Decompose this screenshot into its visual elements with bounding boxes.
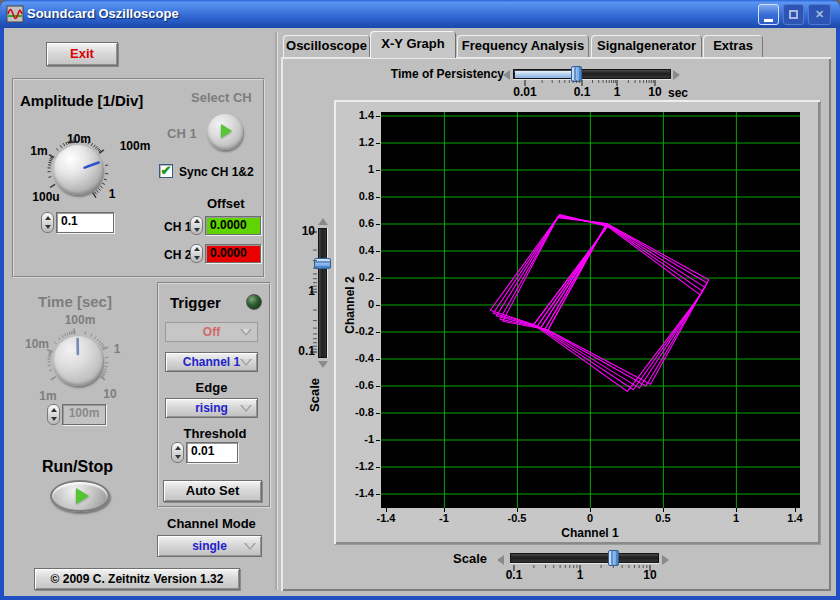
slider-right-arrow-icon[interactable] — [673, 70, 680, 80]
maximize-button[interactable] — [783, 4, 804, 25]
offset-ch2-spinner[interactable] — [190, 244, 203, 263]
vscale-tick-label: 10 — [285, 224, 315, 238]
x-tick-mark — [386, 508, 387, 512]
x-tick-label: 0.5 — [643, 512, 683, 524]
trigger-edge-dropdown[interactable]: rising — [165, 398, 258, 418]
y-tick-mark — [376, 116, 380, 117]
y-tick-mark — [376, 251, 380, 252]
x-tick-mark — [590, 508, 591, 512]
tab-extras[interactable]: Extras — [703, 35, 763, 57]
y-tick-label: -1.2 — [342, 460, 374, 472]
offset-title: Offset — [207, 196, 245, 211]
hscale-slider-track[interactable] — [510, 553, 659, 563]
y-tick-label: -1.4 — [342, 487, 374, 499]
auto-set-button[interactable]: Auto Set — [163, 480, 262, 502]
time-knob-label-left: 10m — [19, 337, 55, 351]
trigger-panel — [157, 282, 271, 508]
tab-x-y-graph[interactable]: X-Y Graph — [370, 31, 456, 58]
y-tick-mark — [376, 278, 380, 279]
x-tick-mark — [736, 508, 737, 512]
persistency-tick-label: 0.01 — [507, 85, 543, 99]
sync-checkbox[interactable]: ✔ — [159, 164, 173, 178]
xy-plot-widget: Channel 2 Channel 1 1.41.210.80.60.40.20… — [334, 100, 820, 544]
amp-knob-label-left: 1m — [21, 144, 57, 158]
exit-button[interactable]: Exit — [46, 42, 118, 66]
amp-knob-label-bottom-right: 1 — [102, 187, 122, 201]
y-tick-label: 0.4 — [342, 244, 374, 256]
tab-signalgenerator[interactable]: Signalgenerator — [591, 35, 702, 57]
vscale-slider-handle[interactable] — [314, 258, 331, 269]
channel-mode-value: single — [192, 539, 227, 553]
offset-ch2-field[interactable]: 0.0000 — [205, 244, 261, 263]
tab-frequency-analysis[interactable]: Frequency Analysis — [457, 35, 589, 57]
y-tick-mark — [376, 305, 380, 306]
vscale-slider-track[interactable] — [318, 228, 327, 358]
xy-plot — [381, 112, 800, 508]
hscale-tick-label: 1 — [562, 568, 598, 582]
persistency-slider-track[interactable] — [513, 69, 671, 79]
channel-mode-label: Channel Mode — [167, 516, 256, 531]
vscale-tick-label: 1 — [285, 284, 315, 298]
amplitude-knob[interactable] — [53, 145, 103, 195]
window-title: Soundcard Oszilloscope — [27, 6, 179, 21]
amp-knob-label-top: 10m — [60, 132, 98, 146]
title-bar[interactable]: Soundcard Oszilloscope ✕ — [0, 0, 840, 28]
threshold-spinner[interactable] — [171, 442, 184, 463]
x-tick-label: 0 — [570, 512, 610, 524]
y-tick-label: -0.6 — [342, 379, 374, 391]
edge-label: Edge — [165, 380, 258, 395]
trigger-mode-value: Off — [203, 325, 220, 339]
app-window: Soundcard Oszilloscope ✕ Exit Amplitude … — [0, 0, 840, 600]
chevron-down-icon — [240, 359, 252, 366]
y-tick-mark — [376, 170, 380, 171]
y-tick-mark — [376, 143, 380, 144]
chevron-down-icon — [244, 543, 256, 550]
sync-label: Sync CH 1&2 — [179, 165, 254, 179]
persistency-tick-label: 10 — [637, 85, 673, 99]
close-button[interactable]: ✕ — [808, 4, 831, 25]
y-tick-label: -0.2 — [342, 325, 374, 337]
hscale-label: Scale — [435, 551, 487, 566]
time-knob-label-right: 1 — [109, 342, 125, 356]
hscale-slider-handle[interactable] — [608, 550, 619, 566]
slider-up-arrow-icon[interactable] — [318, 218, 328, 225]
slider-left-arrow-icon[interactable] — [503, 70, 510, 80]
minimize-button[interactable] — [758, 4, 779, 25]
channel-mode-dropdown[interactable]: single — [157, 535, 262, 557]
slider-left-arrow-icon[interactable] — [497, 555, 504, 565]
x-tick-mark — [444, 508, 445, 512]
persistency-tick-label: 1 — [599, 85, 635, 99]
amplitude-spinner[interactable] — [41, 212, 54, 233]
amplitude-value-field[interactable]: 0.1 — [56, 212, 114, 233]
persistency-slider-handle[interactable] — [571, 66, 582, 82]
trigger-source-dropdown[interactable]: Channel 1 — [165, 352, 258, 372]
y-tick-label: 1 — [342, 163, 374, 175]
threshold-field[interactable]: 0.01 — [186, 442, 238, 463]
time-value-field[interactable]: 100m — [62, 404, 106, 425]
hscale-tick-label: 0.1 — [496, 568, 532, 582]
y-tick-mark — [376, 359, 380, 360]
slider-right-arrow-icon[interactable] — [662, 555, 669, 565]
trigger-mode-dropdown[interactable]: Off — [165, 322, 258, 342]
offset-ch2-label: CH 2 — [164, 248, 191, 262]
run-arrow-icon — [76, 488, 89, 504]
offset-ch1-spinner[interactable] — [190, 216, 203, 235]
vscale-tick-label: 0.1 — [285, 344, 315, 358]
amp-knob-label-bottom-left: 100u — [26, 190, 66, 204]
vscale-label: Scale — [307, 365, 321, 425]
amp-knob-label-right: 100m — [113, 139, 157, 153]
y-tick-label: 1.2 — [342, 136, 374, 148]
x-tick-mark — [663, 508, 664, 512]
offset-ch1-label: CH 1 — [164, 220, 191, 234]
x-tick-mark — [795, 508, 796, 512]
trigger-led-icon — [246, 294, 262, 310]
time-title: Time [sec] — [38, 293, 112, 310]
tab-oscilloscope[interactable]: Oscilloscope — [283, 35, 370, 57]
y-tick-label: 0.8 — [342, 190, 374, 202]
chevron-down-icon — [240, 405, 252, 412]
x-axis-title: Channel 1 — [510, 526, 670, 540]
offset-ch1-field[interactable]: 0.0000 — [205, 216, 261, 235]
trigger-title: Trigger — [170, 294, 221, 311]
time-spinner[interactable] — [47, 404, 60, 425]
time-knob[interactable] — [53, 336, 103, 386]
